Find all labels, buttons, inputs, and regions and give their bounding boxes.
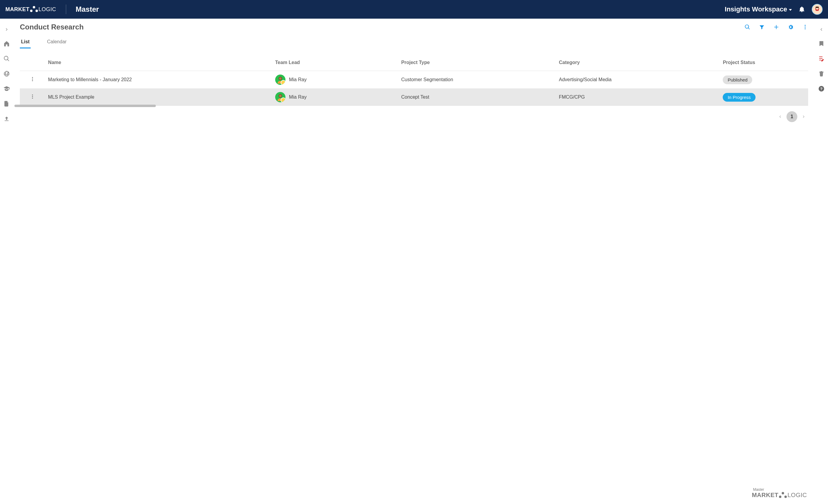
top-header: MARKET LOGIC Master Insights Workspace — [0, 0, 828, 18]
tab-calendar[interactable]: Calendar — [46, 37, 68, 48]
workspace-dropdown-label: Insights Workspace — [725, 5, 787, 13]
bookmark-icon[interactable] — [818, 40, 825, 47]
workspace-dropdown[interactable]: Insights Workspace — [725, 5, 792, 13]
page-title: Conduct Research — [20, 23, 84, 31]
svg-point-17 — [32, 98, 33, 99]
svg-text:?: ? — [820, 87, 823, 91]
table-row[interactable]: MLS Project Example Mia Ray Concept Test… — [20, 88, 808, 106]
svg-point-8 — [804, 28, 805, 29]
next-page-icon[interactable] — [801, 115, 806, 119]
svg-point-9 — [32, 77, 33, 78]
logo-divider — [66, 4, 66, 14]
cell-category: FMCG/CPG — [556, 88, 720, 106]
status-badge: Published — [723, 76, 752, 84]
svg-point-6 — [804, 25, 805, 26]
cell-team-lead: Mia Ray — [289, 77, 307, 82]
cell-category: Advertising/Social Media — [556, 71, 720, 88]
home-icon[interactable] — [3, 40, 10, 47]
team-lead-avatar[interactable] — [275, 75, 285, 85]
user-avatar[interactable] — [812, 4, 823, 15]
col-name[interactable]: Name — [45, 56, 272, 71]
cell-project-type: Concept Test — [398, 88, 556, 106]
cell-name[interactable]: MLS Project Example — [45, 88, 272, 106]
logo-connector-icon — [30, 6, 38, 13]
left-nav-rail — [0, 18, 13, 504]
globe-icon[interactable] — [3, 70, 10, 77]
file-icon[interactable] — [3, 100, 10, 107]
workspace-name[interactable]: Master — [76, 5, 99, 13]
upload-icon[interactable] — [3, 116, 10, 122]
academy-icon[interactable] — [3, 85, 10, 92]
horizontal-scrollbar[interactable] — [14, 104, 156, 107]
table-row[interactable]: Marketing to Millennials - January 2022 … — [20, 71, 808, 88]
svg-point-10 — [32, 79, 33, 80]
footer-logo-word-1: MARKET — [752, 492, 779, 499]
svg-point-20 — [279, 95, 282, 97]
col-project-type[interactable]: Project Type — [398, 56, 556, 71]
svg-point-15 — [32, 94, 33, 95]
footer-brand-logo: Master MARKET LOGIC — [752, 488, 807, 499]
tasks-icon[interactable] — [818, 55, 825, 62]
main-content: Conduct Research List Calendar — [13, 18, 815, 504]
pagination: 1 — [20, 111, 808, 122]
footer-logo-word-2: LOGIC — [787, 492, 807, 499]
view-tabs: List Calendar — [20, 37, 808, 48]
cell-project-type: Customer Segmentation — [398, 71, 556, 88]
svg-rect-3 — [816, 7, 819, 8]
tab-list[interactable]: List — [20, 37, 31, 48]
svg-point-11 — [32, 80, 33, 81]
notifications-icon[interactable] — [798, 6, 805, 13]
logo-connector-icon — [779, 492, 787, 499]
footer-small-text: Master — [753, 488, 807, 492]
svg-point-14 — [279, 77, 282, 80]
cell-name[interactable]: Marketing to Millennials - January 2022 — [45, 71, 272, 88]
page-actions — [744, 24, 808, 30]
collapse-right-rail-icon[interactable] — [819, 27, 824, 32]
add-icon[interactable] — [773, 24, 779, 30]
col-category[interactable]: Category — [556, 56, 720, 71]
row-menu-icon[interactable] — [30, 76, 35, 82]
svg-point-7 — [804, 27, 805, 27]
settings-icon[interactable] — [788, 24, 794, 30]
expand-left-rail-icon[interactable] — [4, 27, 9, 32]
caret-down-icon — [789, 9, 792, 11]
cell-team-lead: Mia Ray — [289, 94, 307, 100]
col-team-lead[interactable]: Team Lead — [272, 56, 398, 71]
svg-point-16 — [32, 96, 33, 97]
row-menu-icon[interactable] — [30, 94, 35, 99]
brand-logo[interactable]: MARKET LOGIC Master — [5, 4, 99, 14]
logo-word-1: MARKET — [5, 6, 30, 13]
status-badge: In Progress — [723, 93, 755, 102]
trash-icon[interactable] — [818, 70, 825, 77]
more-icon[interactable] — [802, 24, 808, 30]
help-icon[interactable]: ? — [818, 85, 825, 92]
filter-icon[interactable] — [759, 24, 765, 30]
search-action-icon[interactable] — [744, 24, 750, 30]
projects-table: Name Team Lead Project Type Category Pro… — [20, 56, 808, 106]
prev-page-icon[interactable] — [778, 115, 782, 119]
search-icon[interactable] — [3, 55, 10, 62]
col-project-status[interactable]: Project Status — [720, 56, 808, 71]
page-number[interactable]: 1 — [786, 111, 797, 122]
team-lead-avatar[interactable] — [275, 92, 285, 102]
right-nav-rail: ? — [815, 18, 828, 504]
logo-word-2: LOGIC — [39, 6, 56, 13]
